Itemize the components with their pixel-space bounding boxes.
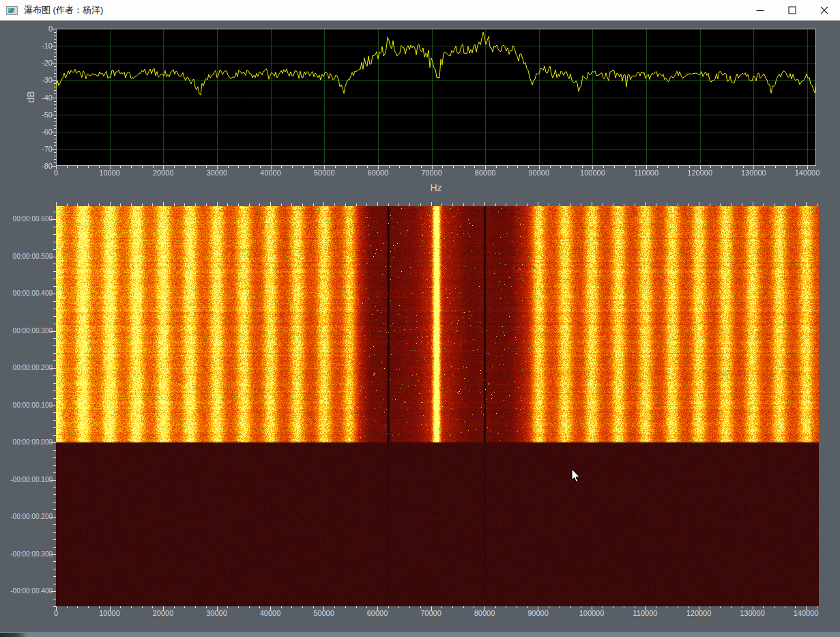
waterfall-freq-tick-label: 50000 <box>297 609 351 617</box>
waterfall-time-tick-label: 00:00:00.000 <box>0 438 53 447</box>
waterfall-freq-tick-label: 130000 <box>725 609 780 617</box>
spectrum-y-tick-label: -10 <box>0 42 53 50</box>
app-icon <box>6 6 18 15</box>
minimize-icon <box>756 6 764 14</box>
spectrum-x-tick-label: 50000 <box>297 169 351 177</box>
waterfall-freq-tick-label: 90000 <box>511 609 566 617</box>
spectrum-y-tick-label: -20 <box>0 59 53 67</box>
waterfall-freq-tick-label: 70000 <box>404 609 459 617</box>
main-area: dB Hz 0-10-20-30-40-50-60-70-80 01000020… <box>0 20 840 637</box>
waterfall-freq-tick-label: 30000 <box>190 609 244 617</box>
spectrum-x-tick-label: 90000 <box>512 169 566 177</box>
waterfall-freq-tick-label: 60000 <box>350 609 405 617</box>
close-button[interactable] <box>808 0 840 20</box>
waterfall-time-tick-label: 00:00:00.500 <box>0 253 53 261</box>
spectrum-y-tick-label: -70 <box>0 145 53 153</box>
spectrum-x-tick-label: 140000 <box>780 169 835 177</box>
waterfall-plot[interactable] <box>56 206 819 606</box>
waterfall-freq-tick-label: 40000 <box>243 609 298 617</box>
spectrum-y-tick-label: -40 <box>0 94 53 102</box>
window-title: 瀑布图 (作者：杨洋) <box>24 4 103 16</box>
spectrum-x-tick-label: 110000 <box>619 169 674 177</box>
spectrum-y-tick-label: -30 <box>0 76 53 84</box>
waterfall-freq-tick-label: 120000 <box>671 609 726 617</box>
spectrum-x-tick-label: 40000 <box>244 169 298 177</box>
minimize-button[interactable] <box>744 0 776 20</box>
window-controls <box>744 0 840 20</box>
waterfall-time-tick-label: -00:00:00.100 <box>0 476 53 484</box>
spectrum-x-axis-title: Hz <box>395 182 477 193</box>
waterfall-time-tick-label: -00:00:00.300 <box>0 550 53 558</box>
spectrum-y-tick-label: -60 <box>0 128 53 136</box>
spectrum-x-tick-label: 0 <box>29 169 83 177</box>
spectrum-x-tick-label: 120000 <box>673 169 727 177</box>
waterfall-time-tick-label: 00:00:00.200 <box>0 364 53 372</box>
bottom-edge-strip <box>0 632 840 637</box>
spectrum-x-tick-label: 60000 <box>351 169 405 177</box>
waterfall-freq-tick-label: 0 <box>29 609 83 617</box>
waterfall-time-tick-label: 00:00:00.300 <box>0 327 53 335</box>
waterfall-freq-tick-label: 80000 <box>457 609 512 617</box>
maximize-icon <box>788 6 796 14</box>
spectrum-x-tick-label: 100000 <box>565 169 620 177</box>
spectrum-y-tick-label: 0 <box>0 25 53 33</box>
maximize-button[interactable] <box>776 0 808 20</box>
spectrum-x-tick-label: 130000 <box>726 169 781 177</box>
spectrum-x-tick-label: 30000 <box>190 169 244 177</box>
waterfall-time-tick-label: 00:00:00.400 <box>0 289 53 298</box>
spectrum-x-tick-label: 70000 <box>405 169 459 177</box>
close-icon <box>820 6 828 14</box>
spectrum-x-tick-label: 10000 <box>83 169 137 177</box>
bottom-left-artifact <box>0 633 27 637</box>
title-bar[interactable]: 瀑布图 (作者：杨洋) <box>0 0 840 20</box>
waterfall-time-tick-label: -00:00:00.200 <box>0 513 53 521</box>
waterfall-freq-tick-label: 110000 <box>618 609 673 617</box>
spectrum-y-tick-label: -50 <box>0 111 53 119</box>
spectrum-plot[interactable] <box>56 29 816 166</box>
waterfall-time-tick-label: -00:00:00.400 <box>0 587 53 595</box>
waterfall-freq-tick-label: 20000 <box>136 609 190 617</box>
waterfall-freq-tick-label: 100000 <box>564 609 619 617</box>
waterfall-freq-tick-label: 140000 <box>779 609 833 617</box>
waterfall-freq-tick-label: 10000 <box>83 609 137 617</box>
spectrum-x-tick-label: 80000 <box>458 169 512 177</box>
waterfall-time-tick-label: 00:00:00.600 <box>0 215 53 223</box>
waterfall-time-tick-label: 00:00:00.100 <box>0 401 53 410</box>
app-window: 瀑布图 (作者：杨洋) dB Hz 0-10-20-30-40-50-60-70… <box>0 0 840 637</box>
spectrum-x-tick-label: 20000 <box>136 169 190 177</box>
